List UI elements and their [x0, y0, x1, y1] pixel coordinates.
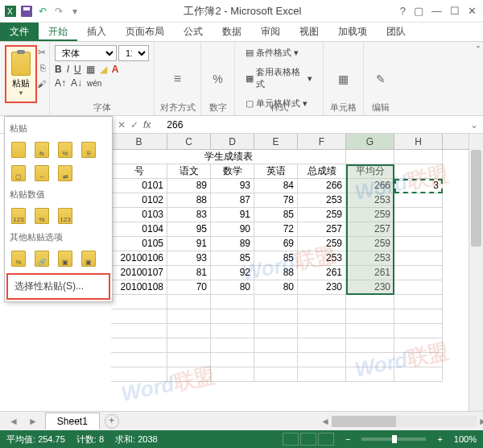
- cell[interactable]: 0103: [111, 208, 167, 222]
- cell[interactable]: [346, 353, 394, 367]
- paste-link-icon[interactable]: 🔗: [31, 248, 52, 269]
- format-painter-icon[interactable]: 🖌: [37, 79, 46, 89]
- cell[interactable]: 平均分: [346, 164, 394, 179]
- cell[interactable]: [111, 353, 167, 367]
- cut-icon[interactable]: ✂: [38, 47, 46, 58]
- cell[interactable]: 数学: [211, 164, 254, 179]
- cell[interactable]: [254, 309, 298, 324]
- close-icon[interactable]: ✕: [468, 5, 477, 17]
- increase-font-button[interactable]: A↑: [55, 77, 66, 89]
- paste-no-borders-icon[interactable]: ▢: [8, 163, 29, 184]
- cell[interactable]: [167, 367, 211, 382]
- cell[interactable]: 72: [254, 222, 298, 237]
- fx-icon[interactable]: fx: [143, 119, 155, 131]
- cell[interactable]: [394, 338, 443, 353]
- cell[interactable]: 70: [167, 280, 211, 295]
- zoom-in-button[interactable]: +: [437, 434, 442, 444]
- cell[interactable]: 85: [254, 251, 298, 266]
- redo-icon[interactable]: ↷: [52, 5, 65, 18]
- cell[interactable]: 20100106: [111, 251, 167, 266]
- cell[interactable]: 257: [346, 222, 394, 237]
- zoom-level[interactable]: 100%: [454, 434, 477, 444]
- paste-all-icon[interactable]: [8, 139, 29, 160]
- cell[interactable]: [167, 295, 211, 309]
- scroll-right-icon[interactable]: ►: [478, 416, 483, 427]
- cell[interactable]: 253: [346, 193, 394, 208]
- paste-linked-picture-icon[interactable]: ▣: [78, 248, 99, 269]
- conditional-format-button[interactable]: ▤条件格式 ▾: [240, 44, 318, 62]
- cell[interactable]: 20100107: [111, 266, 167, 280]
- cell[interactable]: 253: [298, 251, 346, 266]
- collapse-ribbon-icon[interactable]: ˇ: [477, 45, 480, 56]
- tab-view[interactable]: 视图: [290, 23, 328, 41]
- cell[interactable]: [211, 309, 254, 324]
- cell[interactable]: [211, 367, 254, 382]
- cell[interactable]: 总成绩: [298, 164, 346, 179]
- cell[interactable]: [254, 367, 298, 382]
- cell[interactable]: 257: [298, 222, 346, 237]
- cell[interactable]: 69: [254, 237, 298, 251]
- cell[interactable]: [394, 164, 443, 179]
- cell[interactable]: 78: [254, 193, 298, 208]
- cell[interactable]: 88: [254, 266, 298, 280]
- cell[interactable]: [394, 309, 443, 324]
- cell[interactable]: [346, 367, 394, 382]
- cell[interactable]: [298, 338, 346, 353]
- percent-icon[interactable]: %: [213, 73, 222, 85]
- cell[interactable]: 80: [254, 280, 298, 295]
- help-icon[interactable]: ?: [400, 5, 406, 17]
- cell[interactable]: [394, 237, 443, 251]
- cell[interactable]: 88: [167, 193, 211, 208]
- cell[interactable]: [167, 309, 211, 324]
- cell[interactable]: [211, 324, 254, 338]
- cell[interactable]: [394, 222, 443, 237]
- cell[interactable]: [111, 309, 167, 324]
- cell[interactable]: [394, 280, 443, 295]
- excel-app-icon[interactable]: X: [4, 5, 17, 18]
- cell[interactable]: [211, 353, 254, 367]
- cell[interactable]: 89: [211, 237, 254, 251]
- cell[interactable]: [167, 353, 211, 367]
- cell[interactable]: [298, 353, 346, 367]
- column-header[interactable]: E: [254, 134, 298, 149]
- underline-button[interactable]: U: [74, 64, 81, 75]
- paste-formulas-icon[interactable]: fx: [31, 139, 52, 160]
- decrease-font-button[interactable]: A↓: [71, 77, 82, 89]
- qat-dropdown-icon[interactable]: ▾: [68, 5, 81, 18]
- expand-formula-icon[interactable]: ⌄: [465, 119, 483, 131]
- cell[interactable]: [394, 208, 443, 222]
- cell[interactable]: 0102: [111, 193, 167, 208]
- paste-transpose-icon[interactable]: ⇄: [55, 163, 76, 184]
- cell[interactable]: [298, 295, 346, 309]
- cell[interactable]: [394, 353, 443, 367]
- cell[interactable]: [167, 324, 211, 338]
- cell[interactable]: 83: [167, 208, 211, 222]
- cell[interactable]: 259: [298, 208, 346, 222]
- undo-icon[interactable]: ↶: [36, 5, 49, 18]
- cell[interactable]: [394, 251, 443, 266]
- paste-formulas-number-icon[interactable]: %: [55, 139, 76, 160]
- paste-values-source-icon[interactable]: 123: [55, 205, 76, 226]
- cell[interactable]: [298, 367, 346, 382]
- column-header[interactable]: F: [298, 134, 346, 149]
- cell[interactable]: [254, 324, 298, 338]
- column-header[interactable]: B: [111, 134, 167, 149]
- paste-keep-source-icon[interactable]: ⎘: [78, 139, 99, 160]
- cell[interactable]: [394, 324, 443, 338]
- tab-formula[interactable]: 公式: [174, 23, 213, 41]
- tab-team[interactable]: 团队: [377, 23, 415, 41]
- tab-file[interactable]: 文件: [0, 23, 39, 41]
- add-sheet-button[interactable]: +: [105, 414, 119, 429]
- italic-button[interactable]: I: [67, 64, 69, 75]
- tab-addin[interactable]: 加载项: [328, 23, 377, 41]
- cell[interactable]: 0104: [111, 222, 167, 237]
- column-header[interactable]: C: [167, 134, 211, 149]
- zoom-slider-thumb[interactable]: [392, 435, 397, 443]
- tab-page-layout[interactable]: 页面布局: [116, 23, 174, 41]
- page-layout-view-button[interactable]: [300, 433, 316, 446]
- border-button[interactable]: ▦: [86, 64, 95, 75]
- zoom-out-button[interactable]: −: [345, 434, 350, 444]
- cell[interactable]: 259: [346, 237, 394, 251]
- cells-icon[interactable]: ▦: [338, 73, 349, 85]
- formula-bar[interactable]: 266: [162, 119, 465, 131]
